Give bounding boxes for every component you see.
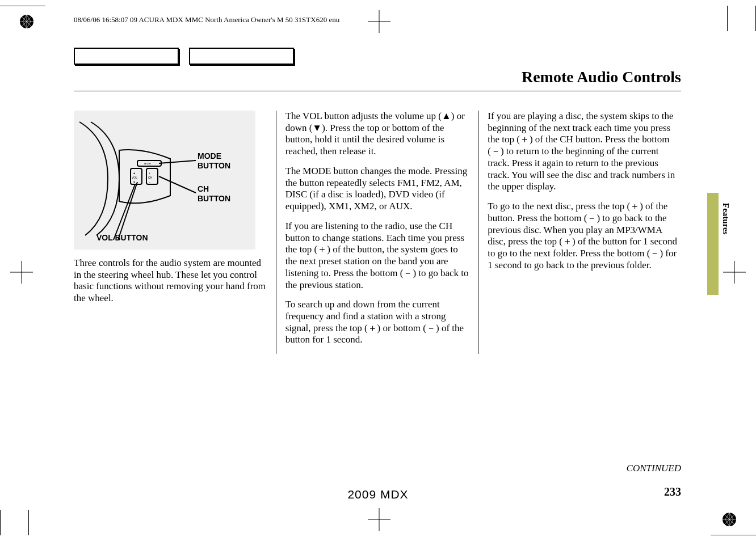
callout-vol: VOL BUTTON: [96, 233, 148, 243]
trim-line: [0, 510, 1, 535]
callout-text: MODE: [198, 151, 221, 160]
callout-text: BUTTON: [198, 161, 230, 170]
column-1: ▲ VOL ▼ + CH − MODE MODE BUTTON CH BUTTO…: [74, 111, 276, 354]
section-tab-label: Features: [721, 203, 730, 235]
registration-mark-icon: [19, 14, 34, 29]
svg-line-21: [159, 160, 196, 163]
crop-mark-icon: [368, 10, 390, 33]
callout-text: BUTTON: [198, 194, 230, 203]
trim-line: [28, 510, 29, 535]
svg-line-24: [118, 182, 137, 240]
body-text: To search up and down from the current f…: [285, 299, 469, 346]
page: 08/06/06 16:58:07 09 ACURA MDX MMC North…: [0, 0, 756, 541]
section-tab: [707, 193, 719, 295]
svg-text:▲: ▲: [133, 171, 136, 175]
crop-mark-icon: [723, 261, 746, 284]
svg-text:−: −: [149, 180, 150, 184]
svg-text:CH: CH: [148, 176, 153, 179]
body-text: The VOL button adjusts the volume up (▲)…: [285, 111, 469, 158]
trim-line: [0, 6, 45, 6]
model-year: 2009 MDX: [0, 488, 756, 501]
column-2: The VOL button adjusts the volume up (▲)…: [276, 111, 479, 354]
svg-text:MODE: MODE: [144, 162, 151, 165]
page-title: Remote Audio Controls: [522, 68, 681, 86]
callout-text: CH: [198, 184, 209, 193]
continued-label: CONTINUED: [627, 463, 681, 474]
steering-wheel-figure: ▲ VOL ▼ + CH − MODE MODE BUTTON CH BUTTO…: [74, 111, 255, 250]
title-rule: [74, 91, 681, 91]
body-text: Three controls for the audio system are …: [74, 257, 267, 305]
header-meta: 08/06/06 16:58:07 09 ACURA MDX MMC North…: [74, 15, 339, 24]
svg-line-22: [159, 176, 196, 193]
body-text: If you are listening to the radio, use t…: [285, 221, 469, 291]
registration-mark-icon: [722, 512, 737, 527]
content-columns: ▲ VOL ▼ + CH − MODE MODE BUTTON CH BUTTO…: [74, 111, 681, 354]
callout-mode: MODE BUTTON: [198, 151, 230, 171]
trim-line: [727, 6, 728, 31]
svg-text:+: +: [149, 171, 150, 175]
callout-ch: CH BUTTON: [198, 184, 230, 204]
crop-mark-icon: [10, 261, 33, 284]
column-3: If you are playing a disc, the system sk…: [478, 111, 681, 354]
svg-text:VOL: VOL: [132, 176, 137, 179]
steering-wheel-icon: ▲ VOL ▼ + CH − MODE: [74, 116, 199, 241]
body-text: The MODE button changes the mode. Pressi…: [285, 166, 469, 213]
body-text: To go to the next disc, press the top (＋…: [488, 201, 681, 271]
trim-line: [711, 535, 756, 535]
body-text: If you are playing a disc, the system sk…: [488, 111, 681, 193]
svg-line-23: [114, 184, 135, 240]
svg-text:▼: ▼: [133, 180, 136, 184]
blank-box: [74, 48, 179, 65]
crop-mark-icon: [368, 508, 390, 531]
blank-box: [189, 48, 294, 65]
header-boxes: [74, 48, 294, 65]
